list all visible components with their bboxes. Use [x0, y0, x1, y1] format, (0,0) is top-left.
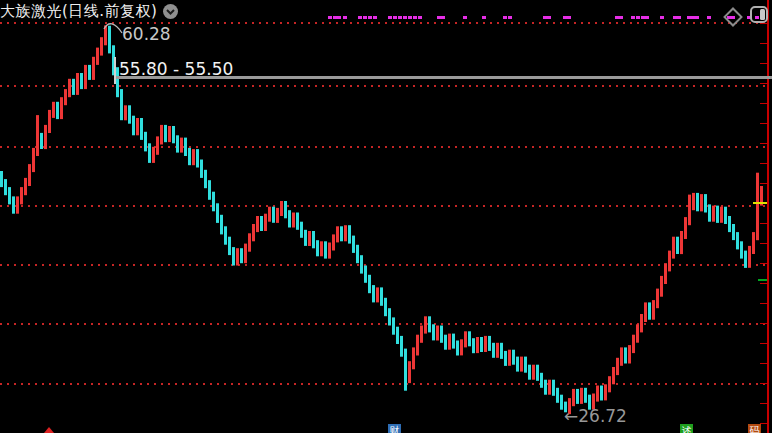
chevron-down-icon[interactable] [163, 4, 178, 19]
candle [40, 133, 43, 149]
candle [604, 384, 607, 400]
candle [432, 324, 435, 340]
candle [44, 125, 47, 149]
candle [20, 187, 23, 204]
candle [452, 334, 455, 349]
candle [712, 206, 715, 222]
toolbar-icons [726, 6, 768, 27]
axis-tick [760, 43, 767, 44]
axis-tick [760, 123, 767, 124]
candle [624, 347, 627, 363]
candle [708, 204, 711, 221]
diamond-icon[interactable] [723, 7, 743, 27]
candle [192, 149, 195, 165]
candle [272, 207, 275, 223]
page-title[interactable]: 大族激光(日线.前复权) [0, 2, 157, 21]
candle [304, 230, 307, 246]
candle [664, 263, 667, 284]
candle [748, 246, 751, 268]
axis-tick [760, 143, 767, 144]
candle [696, 193, 699, 211]
candle [524, 357, 527, 373]
candle [656, 289, 659, 309]
candle [132, 116, 135, 136]
candle [292, 213, 295, 228]
candle [220, 215, 223, 235]
candle [288, 210, 291, 227]
candle [556, 388, 559, 403]
candle [172, 126, 175, 143]
axis-tick [760, 243, 767, 244]
candle [400, 336, 403, 357]
candle [340, 226, 343, 241]
candle [60, 97, 63, 119]
candle [168, 126, 171, 142]
candle [128, 105, 131, 123]
side-panel-icon[interactable] [750, 6, 768, 27]
candle [376, 287, 379, 302]
candle [652, 300, 655, 320]
event-badge[interactable]: 码 [748, 424, 761, 433]
event-badge[interactable]: 述 [680, 424, 693, 433]
candle [164, 125, 167, 142]
candle [584, 388, 587, 403]
candle [552, 380, 555, 396]
candle [48, 110, 51, 133]
candle [68, 79, 71, 97]
candle [52, 102, 55, 118]
candle [96, 48, 99, 65]
candle [408, 361, 411, 383]
axis-tick [760, 343, 767, 344]
candle [4, 179, 7, 195]
candle [368, 275, 371, 293]
event-badge[interactable]: 财 [388, 424, 401, 433]
candle [72, 79, 75, 95]
candle [508, 350, 511, 366]
candle [280, 201, 283, 216]
candle [456, 341, 459, 356]
candle [320, 241, 323, 256]
axis-tick [760, 363, 767, 364]
candle [324, 241, 327, 258]
axis-tick [760, 163, 767, 164]
candle [440, 326, 443, 343]
candle [412, 347, 415, 369]
candle [28, 164, 31, 186]
candle [244, 244, 247, 264]
candle [672, 237, 675, 259]
candle [724, 207, 727, 224]
axis-tick [760, 83, 767, 84]
candle [620, 347, 623, 365]
candle [728, 216, 731, 232]
candle [628, 345, 631, 363]
candle [648, 302, 651, 319]
candle [684, 217, 687, 239]
candle [512, 350, 515, 365]
candle [576, 389, 579, 404]
candle [156, 136, 159, 154]
candle [76, 73, 79, 95]
candle [720, 207, 723, 223]
candle [180, 138, 183, 153]
candle [100, 37, 103, 55]
candle [752, 232, 755, 254]
candle [236, 248, 239, 265]
candle [136, 118, 139, 135]
candle [328, 243, 331, 259]
candle [228, 237, 231, 255]
candle [284, 201, 287, 218]
candle [700, 194, 703, 211]
candle [616, 358, 619, 375]
candle [464, 331, 467, 347]
candle [488, 336, 491, 351]
chart-title-bar[interactable]: 大族激光(日线.前复权) [0, 2, 178, 21]
candle [496, 343, 499, 358]
candle [704, 194, 707, 212]
candle [468, 331, 471, 346]
candle [12, 196, 15, 213]
candle [176, 135, 179, 152]
candle [196, 149, 199, 167]
candle [200, 160, 203, 178]
axis-tick [760, 183, 767, 184]
candle [268, 207, 271, 222]
